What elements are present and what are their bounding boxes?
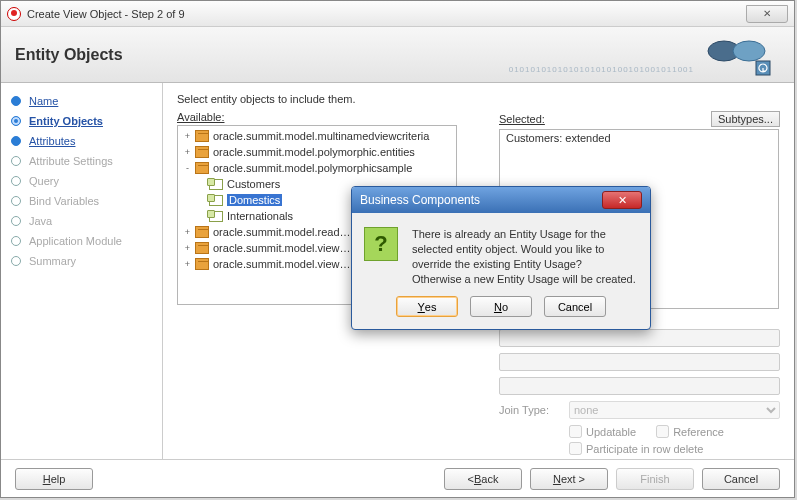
available-label: Available: bbox=[177, 111, 225, 123]
dialog-yes-button[interactable]: Yes bbox=[396, 296, 458, 317]
wizard-footer: Help < Back Next > Finish Cancel bbox=[1, 459, 794, 497]
banner-icon bbox=[694, 31, 784, 77]
tree-label: oracle.summit.model.view… bbox=[213, 242, 351, 254]
page-heading: Entity Objects bbox=[15, 46, 123, 64]
selected-item[interactable]: Customers: extended bbox=[506, 132, 772, 144]
entity-icon bbox=[209, 195, 223, 206]
package-icon bbox=[195, 146, 209, 158]
wizard-steps: Name Entity Objects Attributes Attribute… bbox=[1, 83, 163, 459]
window-close-button[interactable]: ✕ bbox=[746, 5, 788, 23]
package-icon bbox=[195, 162, 209, 174]
tree-label: oracle.summit.model.polymorphicsample bbox=[213, 162, 412, 174]
dialog-cancel-button[interactable]: Cancel bbox=[544, 296, 606, 317]
window-title: Create View Object - Step 2 of 9 bbox=[27, 8, 185, 20]
join-type-select: none bbox=[569, 401, 780, 419]
dialog-no-button[interactable]: No bbox=[470, 296, 532, 317]
expand-toggle[interactable]: + bbox=[182, 243, 193, 253]
tree-label: Internationals bbox=[227, 210, 293, 222]
step-bind-variables: Bind Variables bbox=[11, 195, 152, 207]
tree-label: oracle.summit.model.read… bbox=[213, 226, 351, 238]
binary-deco: 0101010101010101010100101001011001 bbox=[509, 65, 694, 74]
step-name[interactable]: Name bbox=[11, 95, 152, 107]
step-query: Query bbox=[11, 175, 152, 187]
package-icon bbox=[195, 242, 209, 254]
selected-label: Selected: bbox=[499, 113, 545, 125]
expand-toggle[interactable]: + bbox=[182, 147, 193, 157]
package-icon bbox=[195, 130, 209, 142]
banner: Entity Objects 0101010101010101010100101… bbox=[1, 27, 794, 83]
confirm-dialog: Business Components ✕ ? There is already… bbox=[351, 186, 651, 330]
wizard-window: Create View Object - Step 2 of 9 ✕ Entit… bbox=[0, 0, 795, 498]
expand-toggle[interactable]: - bbox=[182, 163, 193, 173]
dialog-close-button[interactable]: ✕ bbox=[602, 191, 642, 209]
tree-package[interactable]: -oracle.summit.model.polymorphicsample bbox=[182, 160, 452, 176]
step-java: Java bbox=[11, 215, 152, 227]
package-icon bbox=[195, 258, 209, 270]
dialog-title: Business Components bbox=[360, 193, 480, 207]
dialog-titlebar[interactable]: Business Components ✕ bbox=[352, 187, 650, 213]
dialog-message: There is already an Entity Usage for the… bbox=[412, 227, 638, 286]
titlebar: Create View Object - Step 2 of 9 ✕ bbox=[1, 1, 794, 27]
svg-point-1 bbox=[733, 41, 765, 61]
tree-label: Customers bbox=[227, 178, 280, 190]
step-entity-objects[interactable]: Entity Objects bbox=[11, 115, 152, 127]
finish-button: Finish bbox=[616, 468, 694, 490]
assoc-field-2 bbox=[499, 353, 780, 371]
tree-label: oracle.summit.model.view… bbox=[213, 258, 351, 270]
expand-toggle[interactable]: + bbox=[182, 259, 193, 269]
join-type-label: Join Type: bbox=[499, 404, 569, 416]
tree-label: Domestics bbox=[227, 194, 282, 206]
app-icon bbox=[7, 7, 21, 21]
step-application-module: Application Module bbox=[11, 235, 152, 247]
updatable-checkbox: Updatable bbox=[569, 425, 636, 438]
back-button[interactable]: < Back bbox=[444, 468, 522, 490]
next-button[interactable]: Next > bbox=[530, 468, 608, 490]
entity-icon bbox=[209, 211, 223, 222]
tree-package[interactable]: +oracle.summit.model.multinamedviewcrite… bbox=[182, 128, 452, 144]
instruction-text: Select entity objects to include them. bbox=[177, 93, 780, 105]
step-attributes[interactable]: Attributes bbox=[11, 135, 152, 147]
entity-icon bbox=[209, 179, 223, 190]
entity-usage-details: Join Type: none Updatable Reference Part… bbox=[499, 329, 780, 455]
participate-checkbox: Participate in row delete bbox=[569, 442, 780, 455]
question-icon: ? bbox=[364, 227, 398, 261]
subtypes-button[interactable]: Subtypes... bbox=[711, 111, 780, 127]
tree-package[interactable]: +oracle.summit.model.polymorphic.entitie… bbox=[182, 144, 452, 160]
expand-toggle[interactable]: + bbox=[182, 131, 193, 141]
cancel-button[interactable]: Cancel bbox=[702, 468, 780, 490]
assoc-field-1 bbox=[499, 329, 780, 347]
step-attribute-settings: Attribute Settings bbox=[11, 155, 152, 167]
assoc-field-3 bbox=[499, 377, 780, 395]
package-icon bbox=[195, 226, 209, 238]
expand-toggle[interactable]: + bbox=[182, 227, 193, 237]
reference-checkbox: Reference bbox=[656, 425, 724, 438]
step-summary: Summary bbox=[11, 255, 152, 267]
tree-label: oracle.summit.model.polymorphic.entities bbox=[213, 146, 415, 158]
help-button[interactable]: Help bbox=[15, 468, 93, 490]
tree-label: oracle.summit.model.multinamedviewcriter… bbox=[213, 130, 429, 142]
